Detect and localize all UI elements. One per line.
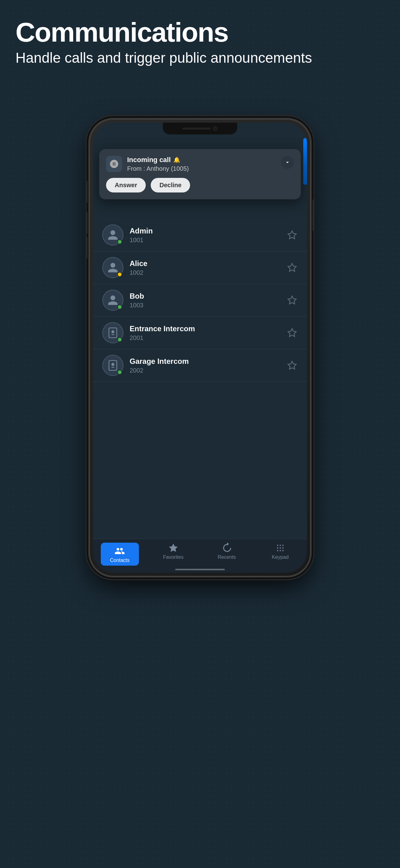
list-item[interactable]: Bob 1003 — [93, 284, 307, 317]
svg-point-4 — [111, 330, 114, 333]
app-logo-icon — [109, 159, 119, 169]
contact-info: Entrance Intercom 2001 — [130, 324, 280, 341]
tab-recents[interactable]: Recents — [200, 542, 254, 560]
notification-text: Incoming call 🔔 From : Anthony (1005) — [127, 156, 276, 172]
svg-marker-10 — [288, 361, 296, 369]
svg-marker-2 — [288, 296, 296, 304]
svg-marker-1 — [288, 264, 296, 271]
favorite-button[interactable] — [287, 327, 298, 338]
svg-rect-9 — [111, 367, 114, 368]
tab-contacts-label: Contacts — [110, 558, 130, 563]
status-indicator — [117, 370, 122, 375]
svg-marker-11 — [169, 544, 178, 552]
contacts-list: Admin 1001 Alic — [93, 219, 307, 538]
contact-info: Bob 1003 — [130, 292, 280, 309]
keypad-icon — [275, 542, 286, 553]
svg-point-12 — [277, 545, 278, 546]
contact-name: Bob — [130, 292, 280, 301]
status-indicator — [117, 272, 122, 277]
contact-info: Garage Intercom 2002 — [130, 357, 280, 374]
status-indicator — [117, 305, 122, 310]
contact-name: Alice — [130, 259, 280, 268]
svg-marker-0 — [288, 231, 296, 239]
avatar — [102, 355, 124, 376]
app-icon — [106, 156, 122, 172]
favorite-button[interactable] — [287, 229, 298, 241]
contacts-icon — [114, 546, 125, 556]
svg-rect-5 — [111, 334, 114, 335]
notification-from: From : Anthony (1005) — [127, 165, 276, 172]
tab-favorites[interactable]: Favorites — [147, 542, 200, 560]
home-indicator — [175, 569, 225, 570]
page-subtitle: Handle calls and trigger public announce… — [15, 49, 385, 67]
header-section: Communications Handle calls and trigger … — [15, 19, 385, 67]
contact-number: 2002 — [130, 367, 280, 374]
list-item[interactable]: Admin 1001 — [93, 219, 307, 251]
bell-icon: 🔔 — [173, 156, 180, 163]
page-title: Communications — [15, 19, 385, 46]
tab-keypad[interactable]: Keypad — [254, 542, 307, 560]
svg-point-18 — [277, 550, 278, 551]
contact-name: Entrance Intercom — [130, 324, 280, 333]
avatar — [102, 224, 124, 246]
chevron-down-icon — [284, 159, 291, 165]
tab-bar: Contacts Favorites — [93, 538, 307, 573]
status-indicator — [117, 239, 122, 244]
tab-favorites-label: Favorites — [163, 554, 184, 560]
contact-name: Admin — [130, 227, 280, 235]
front-camera — [213, 126, 218, 131]
svg-point-13 — [280, 545, 281, 546]
phone-screen: Incoming call 🔔 From : Anthony (1005) An… — [93, 123, 307, 573]
svg-point-16 — [280, 547, 281, 549]
svg-point-15 — [277, 547, 278, 549]
avatar — [102, 257, 124, 278]
recents-icon — [222, 542, 232, 553]
favorite-button[interactable] — [287, 262, 298, 273]
phone-mockup: Incoming call 🔔 From : Anthony (1005) An… — [88, 118, 312, 578]
contact-number: 2001 — [130, 334, 280, 341]
list-item[interactable]: Alice 1002 — [93, 251, 307, 284]
svg-marker-6 — [288, 329, 296, 337]
phone-bezel: Incoming call 🔔 From : Anthony (1005) An… — [88, 118, 312, 578]
call-actions: Answer Decline — [106, 178, 294, 192]
list-item[interactable]: Garage Intercom 2002 — [93, 349, 307, 382]
incoming-call-notification: Incoming call 🔔 From : Anthony (1005) An… — [99, 149, 301, 199]
chevron-down-button[interactable] — [281, 156, 294, 169]
phone-notch — [163, 123, 237, 134]
contact-name: Garage Intercom — [130, 357, 280, 366]
favorite-button[interactable] — [287, 360, 298, 371]
tab-recents-label: Recents — [218, 554, 236, 560]
contact-number: 1001 — [130, 237, 280, 244]
contact-number: 1002 — [130, 269, 280, 276]
svg-point-8 — [111, 363, 114, 366]
contact-number: 1003 — [130, 302, 280, 309]
notification-title: Incoming call — [127, 156, 171, 164]
svg-point-19 — [280, 550, 281, 551]
tab-contacts[interactable]: Contacts — [93, 542, 147, 566]
svg-point-17 — [282, 547, 284, 549]
status-indicator — [117, 337, 122, 342]
contact-info: Admin 1001 — [130, 227, 280, 244]
avatar — [102, 322, 124, 343]
contact-info: Alice 1002 — [130, 259, 280, 276]
blue-accent — [303, 138, 307, 185]
answer-button[interactable]: Answer — [106, 178, 146, 192]
list-item[interactable]: Entrance Intercom 2001 — [93, 317, 307, 349]
tab-keypad-label: Keypad — [272, 554, 289, 560]
svg-point-20 — [282, 550, 284, 551]
svg-point-14 — [282, 545, 284, 546]
favorite-button[interactable] — [287, 294, 298, 306]
avatar — [102, 290, 124, 311]
favorites-icon — [168, 542, 178, 553]
speaker-grille — [182, 128, 210, 129]
decline-button[interactable]: Decline — [151, 178, 190, 192]
